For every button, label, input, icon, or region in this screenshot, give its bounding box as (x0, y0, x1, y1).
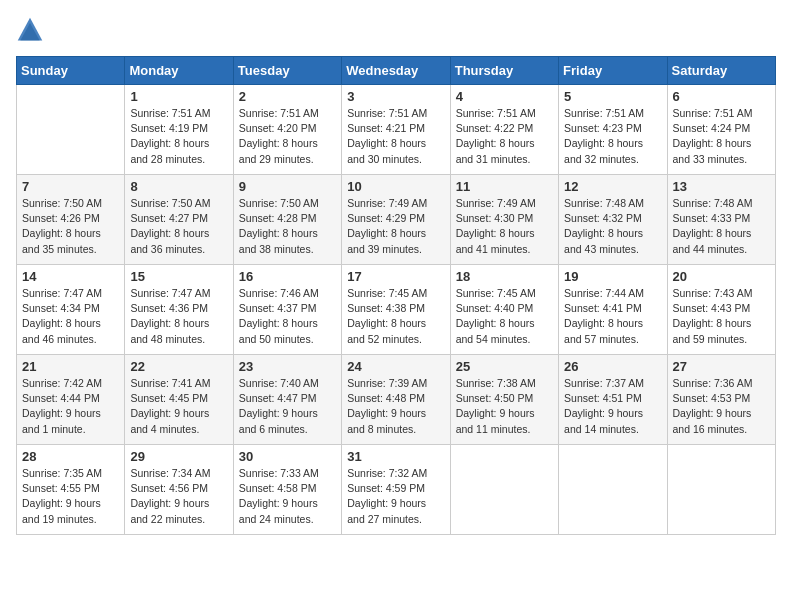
logo (16, 16, 48, 44)
sunrise-text: Sunrise: 7:44 AM (564, 287, 644, 299)
sunrise-text: Sunrise: 7:50 AM (22, 197, 102, 209)
calendar-cell: 4 Sunrise: 7:51 AM Sunset: 4:22 PM Dayli… (450, 85, 558, 175)
day-number: 8 (130, 179, 227, 194)
calendar-cell: 3 Sunrise: 7:51 AM Sunset: 4:21 PM Dayli… (342, 85, 450, 175)
weekday-header-sunday: Sunday (17, 57, 125, 85)
sunrise-text: Sunrise: 7:48 AM (564, 197, 644, 209)
sunrise-text: Sunrise: 7:33 AM (239, 467, 319, 479)
sunrise-text: Sunrise: 7:50 AM (130, 197, 210, 209)
sunset-text: Sunset: 4:53 PM (673, 392, 751, 404)
sunset-text: Sunset: 4:34 PM (22, 302, 100, 314)
calendar-cell: 28 Sunrise: 7:35 AM Sunset: 4:55 PM Dayl… (17, 445, 125, 535)
daylight-text: Daylight: 8 hours and 41 minutes. (456, 227, 535, 254)
daylight-text: Daylight: 9 hours and 24 minutes. (239, 497, 318, 524)
calendar-cell (667, 445, 775, 535)
day-info: Sunrise: 7:40 AM Sunset: 4:47 PM Dayligh… (239, 376, 336, 437)
calendar-cell: 1 Sunrise: 7:51 AM Sunset: 4:19 PM Dayli… (125, 85, 233, 175)
day-info: Sunrise: 7:44 AM Sunset: 4:41 PM Dayligh… (564, 286, 661, 347)
sunrise-text: Sunrise: 7:51 AM (456, 107, 536, 119)
daylight-text: Daylight: 9 hours and 14 minutes. (564, 407, 643, 434)
sunrise-text: Sunrise: 7:40 AM (239, 377, 319, 389)
calendar-week-row: 14 Sunrise: 7:47 AM Sunset: 4:34 PM Dayl… (17, 265, 776, 355)
daylight-text: Daylight: 8 hours and 31 minutes. (456, 137, 535, 164)
daylight-text: Daylight: 8 hours and 59 minutes. (673, 317, 752, 344)
calendar-week-row: 28 Sunrise: 7:35 AM Sunset: 4:55 PM Dayl… (17, 445, 776, 535)
day-number: 12 (564, 179, 661, 194)
calendar-cell: 24 Sunrise: 7:39 AM Sunset: 4:48 PM Dayl… (342, 355, 450, 445)
weekday-header-tuesday: Tuesday (233, 57, 341, 85)
calendar-cell: 9 Sunrise: 7:50 AM Sunset: 4:28 PM Dayli… (233, 175, 341, 265)
day-info: Sunrise: 7:50 AM Sunset: 4:27 PM Dayligh… (130, 196, 227, 257)
sunset-text: Sunset: 4:55 PM (22, 482, 100, 494)
day-info: Sunrise: 7:47 AM Sunset: 4:34 PM Dayligh… (22, 286, 119, 347)
sunrise-text: Sunrise: 7:42 AM (22, 377, 102, 389)
calendar-cell: 20 Sunrise: 7:43 AM Sunset: 4:43 PM Dayl… (667, 265, 775, 355)
daylight-text: Daylight: 8 hours and 50 minutes. (239, 317, 318, 344)
calendar-cell (559, 445, 667, 535)
daylight-text: Daylight: 8 hours and 38 minutes. (239, 227, 318, 254)
day-info: Sunrise: 7:51 AM Sunset: 4:19 PM Dayligh… (130, 106, 227, 167)
calendar-cell: 17 Sunrise: 7:45 AM Sunset: 4:38 PM Dayl… (342, 265, 450, 355)
day-info: Sunrise: 7:41 AM Sunset: 4:45 PM Dayligh… (130, 376, 227, 437)
calendar-cell: 22 Sunrise: 7:41 AM Sunset: 4:45 PM Dayl… (125, 355, 233, 445)
daylight-text: Daylight: 9 hours and 1 minute. (22, 407, 101, 434)
day-number: 5 (564, 89, 661, 104)
day-number: 31 (347, 449, 444, 464)
day-number: 1 (130, 89, 227, 104)
calendar-cell: 29 Sunrise: 7:34 AM Sunset: 4:56 PM Dayl… (125, 445, 233, 535)
day-info: Sunrise: 7:50 AM Sunset: 4:28 PM Dayligh… (239, 196, 336, 257)
calendar-week-row: 1 Sunrise: 7:51 AM Sunset: 4:19 PM Dayli… (17, 85, 776, 175)
day-number: 22 (130, 359, 227, 374)
day-number: 15 (130, 269, 227, 284)
day-number: 14 (22, 269, 119, 284)
sunrise-text: Sunrise: 7:35 AM (22, 467, 102, 479)
daylight-text: Daylight: 9 hours and 8 minutes. (347, 407, 426, 434)
calendar-cell: 15 Sunrise: 7:47 AM Sunset: 4:36 PM Dayl… (125, 265, 233, 355)
sunset-text: Sunset: 4:36 PM (130, 302, 208, 314)
daylight-text: Daylight: 8 hours and 29 minutes. (239, 137, 318, 164)
day-number: 18 (456, 269, 553, 284)
day-info: Sunrise: 7:51 AM Sunset: 4:23 PM Dayligh… (564, 106, 661, 167)
day-number: 16 (239, 269, 336, 284)
sunset-text: Sunset: 4:56 PM (130, 482, 208, 494)
sunset-text: Sunset: 4:41 PM (564, 302, 642, 314)
day-number: 4 (456, 89, 553, 104)
day-info: Sunrise: 7:36 AM Sunset: 4:53 PM Dayligh… (673, 376, 770, 437)
daylight-text: Daylight: 8 hours and 36 minutes. (130, 227, 209, 254)
daylight-text: Daylight: 8 hours and 28 minutes. (130, 137, 209, 164)
calendar-cell: 6 Sunrise: 7:51 AM Sunset: 4:24 PM Dayli… (667, 85, 775, 175)
day-info: Sunrise: 7:39 AM Sunset: 4:48 PM Dayligh… (347, 376, 444, 437)
day-info: Sunrise: 7:48 AM Sunset: 4:33 PM Dayligh… (673, 196, 770, 257)
day-number: 10 (347, 179, 444, 194)
sunrise-text: Sunrise: 7:47 AM (130, 287, 210, 299)
calendar-table: SundayMondayTuesdayWednesdayThursdayFrid… (16, 56, 776, 535)
sunrise-text: Sunrise: 7:46 AM (239, 287, 319, 299)
day-number: 28 (22, 449, 119, 464)
sunrise-text: Sunrise: 7:45 AM (456, 287, 536, 299)
sunrise-text: Sunrise: 7:45 AM (347, 287, 427, 299)
calendar-cell: 8 Sunrise: 7:50 AM Sunset: 4:27 PM Dayli… (125, 175, 233, 265)
day-info: Sunrise: 7:45 AM Sunset: 4:38 PM Dayligh… (347, 286, 444, 347)
calendar-cell: 31 Sunrise: 7:32 AM Sunset: 4:59 PM Dayl… (342, 445, 450, 535)
day-info: Sunrise: 7:43 AM Sunset: 4:43 PM Dayligh… (673, 286, 770, 347)
sunrise-text: Sunrise: 7:38 AM (456, 377, 536, 389)
day-number: 20 (673, 269, 770, 284)
day-info: Sunrise: 7:50 AM Sunset: 4:26 PM Dayligh… (22, 196, 119, 257)
daylight-text: Daylight: 8 hours and 48 minutes. (130, 317, 209, 344)
day-info: Sunrise: 7:51 AM Sunset: 4:21 PM Dayligh… (347, 106, 444, 167)
day-number: 24 (347, 359, 444, 374)
calendar-cell (17, 85, 125, 175)
sunrise-text: Sunrise: 7:50 AM (239, 197, 319, 209)
sunset-text: Sunset: 4:45 PM (130, 392, 208, 404)
day-info: Sunrise: 7:49 AM Sunset: 4:30 PM Dayligh… (456, 196, 553, 257)
sunset-text: Sunset: 4:33 PM (673, 212, 751, 224)
sunset-text: Sunset: 4:29 PM (347, 212, 425, 224)
daylight-text: Daylight: 9 hours and 19 minutes. (22, 497, 101, 524)
sunset-text: Sunset: 4:40 PM (456, 302, 534, 314)
day-number: 25 (456, 359, 553, 374)
sunrise-text: Sunrise: 7:51 AM (564, 107, 644, 119)
sunrise-text: Sunrise: 7:51 AM (239, 107, 319, 119)
calendar-cell: 5 Sunrise: 7:51 AM Sunset: 4:23 PM Dayli… (559, 85, 667, 175)
sunrise-text: Sunrise: 7:51 AM (673, 107, 753, 119)
day-info: Sunrise: 7:42 AM Sunset: 4:44 PM Dayligh… (22, 376, 119, 437)
